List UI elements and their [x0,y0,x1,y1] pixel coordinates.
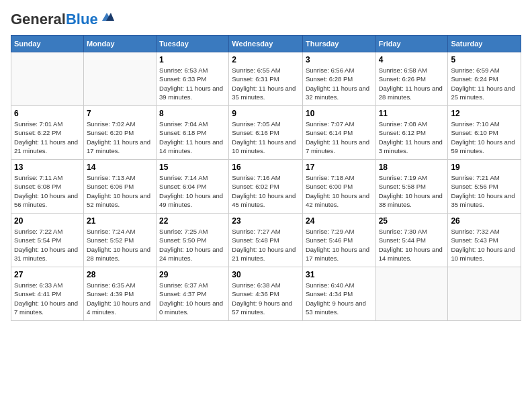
day-number: 27 [14,270,81,279]
calendar-cell: 6Sunrise: 7:01 AM Sunset: 6:22 PM Daylig… [11,106,84,160]
calendar-cell: 26Sunrise: 7:32 AM Sunset: 5:43 PM Dayli… [448,214,521,267]
calendar-cell: 29Sunrise: 6:37 AM Sunset: 4:37 PM Dayli… [157,267,229,321]
day-header-monday: Monday [83,36,156,52]
logo: GeneralBlue [11,11,114,28]
logo-general: General [11,11,66,28]
calendar-cell [11,52,84,106]
day-number: 31 [306,270,373,279]
day-number: 11 [379,109,445,118]
day-info: Sunrise: 7:02 AM Sunset: 6:20 PM Dayligh… [87,120,153,155]
calendar-cell: 23Sunrise: 7:27 AM Sunset: 5:48 PM Dayli… [229,214,303,267]
logo-blue: Blue [66,11,98,28]
calendar-table: SundayMondayTuesdayWednesdayThursdayFrid… [11,35,521,321]
calendar-cell: 4Sunrise: 6:58 AM Sunset: 6:26 PM Daylig… [375,52,448,106]
day-number: 26 [451,216,518,226]
day-number: 15 [159,163,226,172]
day-number: 2 [232,55,300,64]
calendar-cell: 31Sunrise: 6:40 AM Sunset: 4:34 PM Dayli… [302,267,375,321]
day-number: 24 [306,216,373,226]
day-number: 6 [14,109,81,118]
day-header-saturday: Saturday [448,36,521,52]
day-number: 3 [306,55,373,64]
day-info: Sunrise: 7:25 AM Sunset: 5:50 PM Dayligh… [159,227,226,263]
day-info: Sunrise: 7:07 AM Sunset: 6:14 PM Dayligh… [306,120,373,155]
day-number: 16 [232,163,300,172]
week-row-4: 20Sunrise: 7:22 AM Sunset: 5:54 PM Dayli… [11,214,521,267]
calendar-cell: 8Sunrise: 7:04 AM Sunset: 6:18 PM Daylig… [157,106,229,160]
day-info: Sunrise: 7:19 AM Sunset: 5:58 PM Dayligh… [379,173,445,209]
day-number: 4 [379,55,445,64]
day-header-sunday: Sunday [11,36,84,52]
day-info: Sunrise: 7:01 AM Sunset: 6:22 PM Dayligh… [14,120,81,155]
day-info: Sunrise: 6:55 AM Sunset: 6:31 PM Dayligh… [232,66,300,101]
day-info: Sunrise: 7:11 AM Sunset: 6:08 PM Dayligh… [14,173,81,209]
day-info: Sunrise: 6:37 AM Sunset: 4:37 PM Dayligh… [159,281,226,316]
day-number: 21 [87,216,153,226]
day-info: Sunrise: 7:32 AM Sunset: 5:43 PM Dayligh… [451,227,518,263]
calendar-cell: 24Sunrise: 7:29 AM Sunset: 5:46 PM Dayli… [302,214,375,267]
day-header-tuesday: Tuesday [157,36,229,52]
day-info: Sunrise: 7:16 AM Sunset: 6:02 PM Dayligh… [232,173,300,209]
calendar-cell: 16Sunrise: 7:16 AM Sunset: 6:02 PM Dayli… [229,160,303,214]
day-info: Sunrise: 6:38 AM Sunset: 4:36 PM Dayligh… [232,281,300,316]
day-info: Sunrise: 7:04 AM Sunset: 6:18 PM Dayligh… [159,120,226,155]
day-info: Sunrise: 7:14 AM Sunset: 6:04 PM Dayligh… [159,173,226,209]
day-header-wednesday: Wednesday [229,36,303,52]
calendar-cell: 18Sunrise: 7:19 AM Sunset: 5:58 PM Dayli… [375,160,448,214]
calendar-cell: 20Sunrise: 7:22 AM Sunset: 5:54 PM Dayli… [11,214,84,267]
day-info: Sunrise: 7:10 AM Sunset: 6:10 PM Dayligh… [451,120,518,155]
day-info: Sunrise: 7:18 AM Sunset: 6:00 PM Dayligh… [306,173,373,209]
day-number: 8 [159,109,226,118]
day-number: 30 [232,270,300,279]
calendar-cell: 28Sunrise: 6:35 AM Sunset: 4:39 PM Dayli… [83,267,156,321]
week-row-3: 13Sunrise: 7:11 AM Sunset: 6:08 PM Dayli… [11,160,521,214]
calendar-cell: 3Sunrise: 6:56 AM Sunset: 6:28 PM Daylig… [302,52,375,106]
day-number: 9 [232,109,300,118]
day-info: Sunrise: 7:05 AM Sunset: 6:16 PM Dayligh… [232,120,300,155]
day-number: 1 [159,55,226,64]
day-number: 14 [87,163,153,172]
day-number: 12 [451,109,518,118]
day-info: Sunrise: 6:33 AM Sunset: 4:41 PM Dayligh… [14,281,81,316]
day-info: Sunrise: 7:22 AM Sunset: 5:54 PM Dayligh… [14,227,81,263]
calendar-cell: 9Sunrise: 7:05 AM Sunset: 6:16 PM Daylig… [229,106,303,160]
calendar-cell: 11Sunrise: 7:08 AM Sunset: 6:12 PM Dayli… [375,106,448,160]
day-info: Sunrise: 7:30 AM Sunset: 5:44 PM Dayligh… [379,227,445,263]
day-info: Sunrise: 6:35 AM Sunset: 4:39 PM Dayligh… [87,281,153,316]
calendar-cell: 21Sunrise: 7:24 AM Sunset: 5:52 PM Dayli… [83,214,156,267]
day-number: 29 [159,270,226,279]
calendar-cell: 7Sunrise: 7:02 AM Sunset: 6:20 PM Daylig… [83,106,156,160]
calendar-cell: 27Sunrise: 6:33 AM Sunset: 4:41 PM Dayli… [11,267,84,321]
calendar-cell: 1Sunrise: 6:53 AM Sunset: 6:33 PM Daylig… [157,52,229,106]
calendar-cell: 14Sunrise: 7:13 AM Sunset: 6:06 PM Dayli… [83,160,156,214]
day-number: 19 [451,163,518,172]
day-number: 17 [306,163,373,172]
calendar-cell: 19Sunrise: 7:21 AM Sunset: 5:56 PM Dayli… [448,160,521,214]
calendar-cell [448,267,521,321]
day-header-thursday: Thursday [302,36,375,52]
day-number: 10 [306,109,373,118]
day-info: Sunrise: 6:53 AM Sunset: 6:33 PM Dayligh… [159,66,226,101]
calendar-cell [375,267,448,321]
day-number: 13 [14,163,81,172]
day-number: 23 [232,216,300,226]
week-row-2: 6Sunrise: 7:01 AM Sunset: 6:22 PM Daylig… [11,106,521,160]
calendar-cell: 13Sunrise: 7:11 AM Sunset: 6:08 PM Dayli… [11,160,84,214]
day-number: 18 [379,163,445,172]
day-header-friday: Friday [375,36,448,52]
page-header: GeneralBlue [11,11,521,28]
calendar-cell: 2Sunrise: 6:55 AM Sunset: 6:31 PM Daylig… [229,52,303,106]
day-number: 7 [87,109,153,118]
days-header-row: SundayMondayTuesdayWednesdayThursdayFrid… [11,36,521,52]
day-info: Sunrise: 6:58 AM Sunset: 6:26 PM Dayligh… [379,66,445,101]
day-number: 5 [451,55,518,64]
calendar-cell: 10Sunrise: 7:07 AM Sunset: 6:14 PM Dayli… [302,106,375,160]
day-info: Sunrise: 7:08 AM Sunset: 6:12 PM Dayligh… [379,120,445,155]
day-info: Sunrise: 7:24 AM Sunset: 5:52 PM Dayligh… [87,227,153,263]
calendar-cell: 5Sunrise: 6:59 AM Sunset: 6:24 PM Daylig… [448,52,521,106]
day-number: 25 [379,216,445,226]
day-info: Sunrise: 6:56 AM Sunset: 6:28 PM Dayligh… [306,66,373,101]
calendar-cell: 15Sunrise: 7:14 AM Sunset: 6:04 PM Dayli… [157,160,229,214]
calendar-cell: 17Sunrise: 7:18 AM Sunset: 6:00 PM Dayli… [302,160,375,214]
day-info: Sunrise: 7:13 AM Sunset: 6:06 PM Dayligh… [87,173,153,209]
